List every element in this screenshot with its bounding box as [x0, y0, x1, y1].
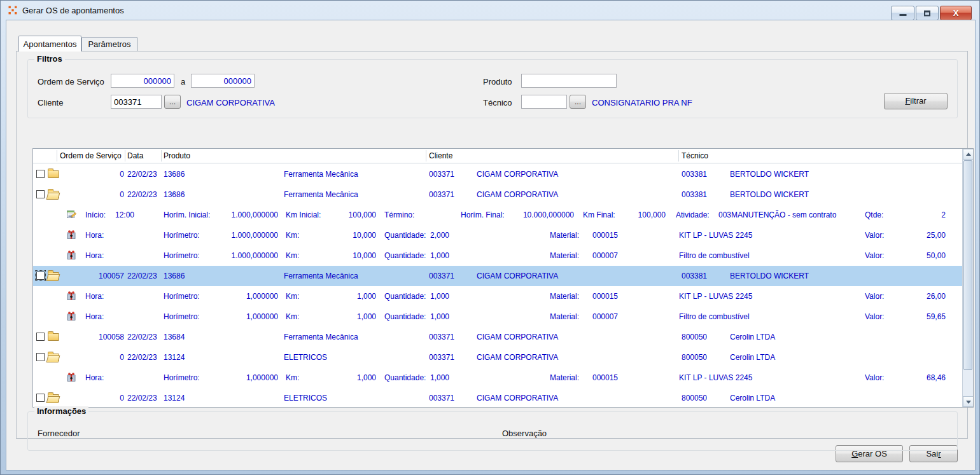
os-from-input[interactable]	[111, 74, 174, 88]
horim-inicial-value: 1.000,000000	[199, 210, 278, 219]
produto-code: 13124	[164, 394, 185, 403]
title-bar[interactable]: Gerar OS de apontamentos X	[1, 1, 979, 20]
note-edit-icon	[66, 209, 76, 219]
cliente-code: 003371	[429, 333, 454, 341]
inicio-value: 12:00	[115, 210, 134, 219]
cliente-name: CIGAM CORPORATIVA	[477, 353, 558, 362]
horim-final-value: 10.000,000000	[488, 210, 574, 219]
horimetro-value: 1,000000	[199, 292, 278, 301]
fornecedor-label: Fornecedor	[38, 429, 80, 438]
quantidade-label: Quantidade:	[384, 373, 426, 382]
produto-code: 13124	[164, 353, 185, 362]
km-final-value: 100,000	[602, 210, 666, 219]
quantidade-value: 1,000	[430, 292, 449, 301]
header-cliente[interactable]: Cliente	[429, 151, 452, 160]
hora-label: Hora:	[85, 373, 104, 382]
produto-desc: ELETRICOS	[284, 394, 327, 403]
quantidade-value: 1,000	[430, 312, 449, 321]
header-ordem-de-servico[interactable]: Ordem de Serviço	[60, 151, 122, 160]
column-separator	[57, 150, 57, 162]
km-label: Km:	[286, 373, 299, 382]
material-desc: Filtro de combustível	[679, 251, 750, 260]
horimetro-label: Horímetro:	[164, 251, 200, 260]
tab-parametros[interactable]: Parâmetros	[81, 37, 137, 52]
material-desc: KIT LP - LUVAS 2245	[679, 292, 752, 301]
horimetro-value: 1.000,000000	[199, 231, 278, 240]
km-label: Km:	[286, 292, 299, 301]
material-row[interactable]: Hora: Horímetro: 1,000000 Km: 1,000 Quan…	[33, 368, 962, 388]
scrollbar-thumb[interactable]	[963, 160, 972, 370]
produto-input[interactable]	[521, 74, 617, 88]
os-row[interactable]: 0 22/02/23 13124 ELETRICOS 003371 CIGAM …	[33, 347, 962, 368]
os-row[interactable]: 0 22/02/23 13686 Ferramenta Mecânica 003…	[33, 164, 962, 184]
material-row[interactable]: Hora: Horímetro: 1.000,000000 Km: 10,000…	[33, 245, 962, 266]
produto-desc: Ferramenta Mecânica	[284, 333, 358, 341]
horimetro-label: Horímetro:	[164, 312, 200, 321]
os-date: 22/02/23	[127, 353, 157, 362]
cliente-code: 003371	[429, 394, 454, 403]
cliente-browse-button[interactable]: ...	[164, 95, 181, 109]
km-value: 10,000	[309, 251, 376, 260]
informacoes-legend: Informações	[34, 406, 88, 416]
package-icon	[66, 230, 76, 240]
tecnico-code: 003381	[682, 170, 707, 179]
column-separator	[161, 150, 162, 162]
tecnico-code: 003381	[682, 190, 707, 199]
quantidade-value: 1,000	[430, 373, 449, 382]
row-checkbox[interactable]	[36, 272, 45, 280]
minimize-button[interactable]	[891, 6, 914, 20]
maximize-button[interactable]	[916, 6, 939, 20]
package-icon	[66, 372, 76, 382]
vertical-scrollbar[interactable]	[962, 149, 973, 407]
produto-desc: ELETRICOS	[284, 353, 327, 362]
scroll-down-button[interactable]	[963, 396, 974, 407]
app-logo-icon	[8, 5, 18, 15]
os-row[interactable]: 0 22/02/23 13686 Ferramenta Mecânica 003…	[33, 184, 962, 205]
apontamento-row[interactable]: Início: 12:00 Horím. Inicial: 1.000,0000…	[33, 205, 962, 225]
os-row-selected[interactable]: 100057 22/02/23 13686 Ferramenta Mecânic…	[33, 266, 962, 286]
tecnico-name-text: CONSIGNATARIO PRA NF	[592, 98, 692, 107]
produto-code: 13684	[164, 333, 185, 341]
quantidade-label: Quantidade:	[384, 251, 426, 260]
material-label: Material:	[550, 292, 579, 301]
tecnico-browse-button[interactable]: ...	[570, 95, 586, 109]
tab-apontamentos[interactable]: Apontamentos	[18, 36, 81, 52]
material-row[interactable]: Hora: Horímetro: 1,000000 Km: 1,000 Quan…	[33, 306, 962, 327]
material-code: 000015	[592, 373, 618, 382]
material-row[interactable]: Hora: Horímetro: 1,000000 Km: 1,000 Quan…	[33, 286, 962, 306]
row-checkbox[interactable]	[36, 353, 45, 361]
os-row[interactable]: 0 22/02/23 13124 ELETRICOS 003371 CIGAM …	[33, 388, 962, 408]
row-checkbox[interactable]	[36, 190, 45, 198]
scroll-up-button[interactable]	[963, 149, 974, 160]
close-icon: X	[953, 8, 959, 18]
close-button[interactable]: X	[940, 6, 972, 20]
header-tecnico[interactable]: Técnico	[682, 151, 708, 160]
os-to-input[interactable]	[191, 74, 255, 88]
tecnico-code-input[interactable]	[521, 95, 567, 109]
cliente-name: CIGAM CORPORATIVA	[477, 272, 558, 280]
atividade-label: Atividade:	[676, 210, 710, 219]
produto-desc: Ferramenta Mecânica	[284, 272, 358, 280]
km-value: 1,000	[309, 373, 376, 382]
header-data[interactable]: Data	[127, 151, 143, 160]
quantidade-label: Quantidade:	[384, 231, 426, 240]
os-row[interactable]: 100058 22/02/23 13684 Ferramenta Mecânic…	[33, 327, 962, 347]
folder-open-icon	[48, 394, 59, 402]
header-produto[interactable]: Produto	[164, 151, 190, 160]
chevron-down-icon	[966, 401, 971, 404]
os-range-separator-label: a	[181, 77, 185, 86]
km-label: Km:	[286, 312, 299, 321]
tecnico-code: 800050	[682, 333, 707, 341]
row-checkbox[interactable]	[36, 170, 45, 178]
cliente-code-input[interactable]	[111, 95, 162, 109]
cliente-code: 003371	[429, 272, 454, 280]
produto-code: 13686	[164, 170, 185, 179]
material-row[interactable]: Hora: Horímetro: 1.000,000000 Km: 10,000…	[33, 225, 962, 245]
row-checkbox[interactable]	[36, 394, 45, 402]
km-inicial-value: 100,000	[309, 210, 376, 219]
os-number: 100058	[80, 333, 124, 341]
os-date: 22/02/23	[127, 272, 157, 280]
row-checkbox[interactable]	[36, 333, 45, 341]
horimetro-label: Horímetro:	[164, 373, 200, 382]
filtrar-button[interactable]: Filtrar	[884, 93, 948, 109]
